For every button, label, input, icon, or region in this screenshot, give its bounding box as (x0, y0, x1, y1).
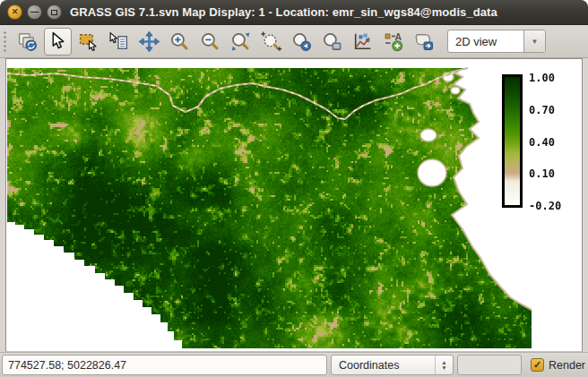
legend-label: 1.00 (529, 72, 583, 84)
chevron-down-icon[interactable]: ▼ (523, 30, 545, 52)
zoom-back-icon (290, 30, 313, 53)
coordinates-display: 774527.58; 5022826.47 (2, 355, 327, 375)
pan-icon (138, 30, 160, 53)
toolbar-grip-handle[interactable] (2, 30, 8, 53)
coordinates-value: 774527.58; 5022826.47 (8, 359, 126, 372)
minimize-button[interactable]: — (27, 4, 42, 20)
zoom-region-icon (260, 30, 282, 53)
toolbar-add-overlay-button[interactable]: A (379, 28, 407, 56)
query-icon (108, 30, 130, 53)
statusbar-mode-select[interactable]: Coordinates ▲▼ (331, 355, 454, 375)
grass-map-display-window: ✕ — GRASS GIS 7.1.svn Map Display: 1 - L… (0, 0, 588, 377)
render-checkbox[interactable]: ✓ (531, 358, 544, 372)
zoom-menu-icon (321, 30, 343, 53)
zoom-in-icon (169, 30, 191, 53)
statusbar-mode-value: Coordinates (339, 359, 399, 372)
legend-label: 0.10 (529, 167, 583, 180)
toolbar-zoom-extent-button[interactable] (227, 28, 255, 56)
maximize-button[interactable] (47, 4, 62, 20)
legend-label: 0.40 (529, 136, 583, 149)
zoom-out-icon (199, 30, 221, 53)
toolbar-query-button[interactable] (105, 28, 133, 56)
toolbar-pan-button[interactable] (135, 28, 163, 56)
toolbar-zoom-menu-button[interactable] (318, 28, 346, 56)
statusbar: 774527.58; 5022826.47 Coordinates ▲▼ ✓ R… (0, 352, 588, 377)
render-map-icon (16, 30, 39, 53)
window-title: GRASS GIS 7.1.svn Map Display: 1 - Locat… (70, 5, 497, 19)
view-mode-value: 2D view (455, 35, 497, 48)
toolbar-pointer-button[interactable] (44, 28, 72, 56)
toolbar-analyze-button[interactable] (349, 28, 376, 56)
map-display-frame: 1.000.700.400.10-0.20 (0, 58, 588, 352)
toolbar-zoom-in-button[interactable] (166, 28, 194, 56)
ndvi-raster-map[interactable] (6, 59, 582, 351)
select-icon (77, 30, 99, 53)
analyze-icon (351, 30, 374, 53)
render-checkbox-label: Render (549, 359, 585, 372)
map-legend[interactable]: 1.000.700.400.10-0.20 (502, 74, 583, 210)
view-mode-select[interactable]: 2D view ▼ (447, 30, 546, 53)
print-map-icon (412, 30, 435, 53)
toolbar-select-button[interactable] (74, 28, 102, 56)
add-overlay-icon: A (382, 30, 404, 53)
toolbar-render-map-button[interactable] (13, 28, 41, 56)
toolbar-zoom-out-button[interactable] (196, 28, 224, 56)
svg-text:A: A (394, 31, 402, 41)
statusbar-progress-panel (457, 355, 522, 375)
render-option: ✓ Render (531, 358, 588, 372)
map-toolbar: A 2D view ▼ (0, 25, 588, 58)
legend-label: -0.20 (529, 200, 583, 212)
close-button[interactable]: ✕ (7, 4, 22, 20)
toolbar-zoom-region-button[interactable] (257, 28, 285, 56)
toolbar-print-map-button[interactable] (410, 28, 437, 56)
spinner-arrows-icon[interactable]: ▲▼ (435, 356, 453, 374)
zoom-extent-icon (229, 30, 252, 53)
toolbar-buttons: A (13, 28, 437, 56)
pointer-icon (47, 30, 69, 53)
toolbar-zoom-back-button[interactable] (288, 28, 316, 56)
map-display-area[interactable]: 1.000.700.400.10-0.20 (5, 58, 583, 352)
legend-label: 0.70 (529, 104, 583, 116)
maximize-icon (51, 10, 57, 15)
legend-color-bar (502, 74, 523, 208)
titlebar: ✕ — GRASS GIS 7.1.svn Map Display: 1 - L… (0, 0, 588, 25)
